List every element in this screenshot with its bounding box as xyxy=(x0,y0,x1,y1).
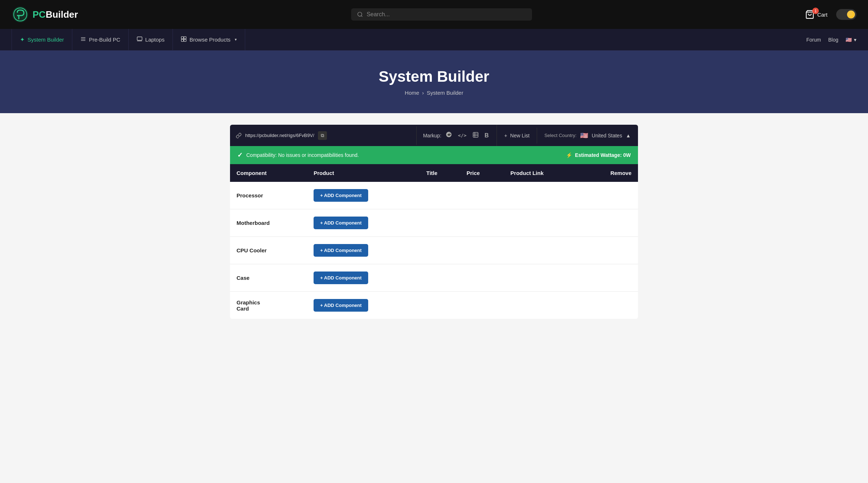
logo-text: PCBuilder xyxy=(33,9,78,20)
component-name-graphics-card: GraphicsCard xyxy=(230,292,307,319)
nav-right: Forum Blog 🇺🇸 ▾ xyxy=(807,37,856,43)
remove-cell-motherboard xyxy=(581,209,638,237)
price-cell-case xyxy=(460,264,504,292)
search-input[interactable] xyxy=(367,11,526,18)
title-cell-cpu-cooler xyxy=(420,237,460,264)
remove-cell-cpu-cooler xyxy=(581,237,638,264)
svg-line-3 xyxy=(361,16,362,17)
col-price: Price xyxy=(460,164,504,182)
flag-caret: ▾ xyxy=(854,37,856,43)
dark-mode-toggle[interactable]: 🌙 xyxy=(836,9,856,20)
nav-item-browse-products[interactable]: Browse Products ▾ xyxy=(173,29,245,50)
wattage-label: Estimated Wattage: 0W xyxy=(575,152,631,158)
add-component-button-graphics-card[interactable]: + ADD Component xyxy=(314,299,368,312)
cart-button[interactable]: 1 Cart xyxy=(805,10,827,19)
new-list-label: New List xyxy=(510,133,530,138)
component-name-case: Case xyxy=(230,264,307,292)
nav-item-laptops[interactable]: Laptops xyxy=(129,29,173,50)
logo[interactable]: PCBuilder xyxy=(12,6,78,23)
product-link-cell-processor xyxy=(504,182,581,209)
hero-section: System Builder Home › System Builder xyxy=(0,51,868,113)
breadcrumb-current: System Builder xyxy=(427,90,463,96)
product-link-cell-cpu-cooler xyxy=(504,237,581,264)
add-component-button-case[interactable]: + ADD Component xyxy=(314,272,368,284)
nav-bar: ✦ System Builder Pre-Build PC Laptops Br… xyxy=(0,29,868,51)
nav-label-laptops: Laptops xyxy=(145,37,165,43)
country-caret-icon: ▲ xyxy=(626,133,631,138)
toolbar-markup-area: Markup: </> B xyxy=(417,125,497,146)
nav-item-prebuild[interactable]: Pre-Build PC xyxy=(72,29,129,50)
nav-item-system-builder[interactable]: ✦ System Builder xyxy=(12,29,72,50)
svg-rect-12 xyxy=(181,39,183,41)
forum-link[interactable]: Forum xyxy=(807,37,821,43)
html-markup-icon[interactable]: </> xyxy=(456,131,468,140)
country-selector[interactable]: Select Country: 🇺🇸 United States ▲ xyxy=(537,127,638,145)
svg-rect-8 xyxy=(137,37,142,40)
country-name: United States xyxy=(592,133,622,138)
markup-label: Markup: xyxy=(423,133,442,138)
cart-badge: 1 xyxy=(812,8,819,14)
cart-label: Cart xyxy=(817,12,827,18)
svg-point-0 xyxy=(12,7,28,22)
component-name-motherboard: Motherboard xyxy=(230,209,307,237)
breadcrumb-home[interactable]: Home xyxy=(405,90,419,96)
nav-label-browse: Browse Products xyxy=(190,37,230,43)
reddit-markup-icon[interactable] xyxy=(444,130,454,141)
country-select-label: Select Country: xyxy=(544,133,576,138)
table-markup-icon[interactable] xyxy=(471,130,480,141)
title-cell-processor xyxy=(420,182,460,209)
browse-icon xyxy=(181,36,187,43)
blog-link[interactable]: Blog xyxy=(828,37,838,43)
flag-selector[interactable]: 🇺🇸 ▾ xyxy=(846,37,856,43)
title-cell-motherboard xyxy=(420,209,460,237)
toggle-knob: 🌙 xyxy=(847,10,855,18)
svg-point-1 xyxy=(17,15,18,16)
svg-rect-15 xyxy=(473,132,478,137)
price-cell-graphics-card xyxy=(460,292,504,319)
bold-markup-icon[interactable]: B xyxy=(483,131,490,140)
svg-rect-10 xyxy=(181,37,183,39)
logo-icon xyxy=(12,6,29,23)
component-name-cpu-cooler: CPU Cooler xyxy=(230,237,307,264)
copy-url-button[interactable]: ⧉ xyxy=(318,131,327,140)
toolbar: https://pcbuilder.net/rigs/6FvB9V/ ⧉ Mar… xyxy=(230,125,638,146)
component-name-processor: Processor xyxy=(230,182,307,209)
breadcrumb-separator: › xyxy=(422,90,424,96)
page-title: System Builder xyxy=(0,68,868,85)
wattage-area: ⚡ Estimated Wattage: 0W xyxy=(566,152,631,158)
prebuild-icon xyxy=(80,36,86,43)
link-icon xyxy=(236,133,242,138)
compat-message-area: ✓ Compatibility: No issues or incompatib… xyxy=(237,151,359,159)
col-component: Component xyxy=(230,164,307,182)
system-builder-icon: ✦ xyxy=(20,36,25,43)
search-area[interactable] xyxy=(351,8,532,21)
product-link-cell-motherboard xyxy=(504,209,581,237)
product-cell-graphics-card: + ADD Component xyxy=(307,292,420,319)
nav-label-system-builder: System Builder xyxy=(27,37,64,43)
price-cell-motherboard xyxy=(460,209,504,237)
product-link-cell-graphics-card xyxy=(504,292,581,319)
add-component-button-processor[interactable]: + ADD Component xyxy=(314,189,368,202)
product-cell-cpu-cooler: + ADD Component xyxy=(307,237,420,264)
table-body: Processor + ADD Component Motherboard + … xyxy=(230,182,638,319)
remove-cell-case xyxy=(581,264,638,292)
remove-cell-processor xyxy=(581,182,638,209)
add-component-button-motherboard[interactable]: + ADD Component xyxy=(314,217,368,229)
table-row: Case + ADD Component xyxy=(230,264,638,292)
add-component-button-cpu-cooler[interactable]: + ADD Component xyxy=(314,244,368,257)
remove-cell-graphics-card xyxy=(581,292,638,319)
nav-left: ✦ System Builder Pre-Build PC Laptops Br… xyxy=(12,29,245,50)
nav-label-prebuild: Pre-Build PC xyxy=(89,37,120,43)
header-right: 1 Cart 🌙 xyxy=(805,9,856,20)
col-product: Product xyxy=(307,164,420,182)
col-product-link: Product Link xyxy=(504,164,581,182)
compat-message: Compatibility: No issues or incompatibil… xyxy=(246,152,359,158)
laptops-icon xyxy=(137,36,142,43)
flag-icon: 🇺🇸 xyxy=(846,37,852,43)
compat-check-icon: ✓ xyxy=(237,151,243,159)
search-icon xyxy=(357,11,363,18)
product-link-cell-case xyxy=(504,264,581,292)
new-list-button[interactable]: + New List xyxy=(497,128,537,144)
new-list-plus-icon: + xyxy=(504,133,507,138)
title-cell-graphics-card xyxy=(420,292,460,319)
